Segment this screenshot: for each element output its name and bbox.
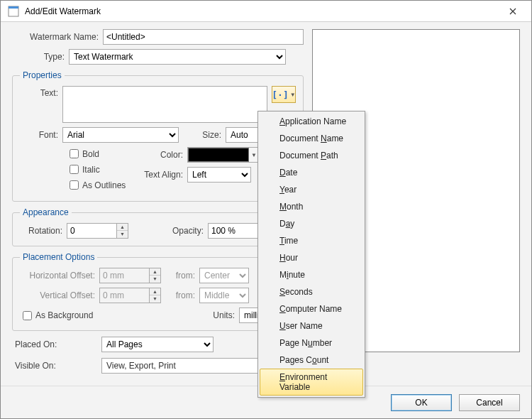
macro-menu-item[interactable]: Time	[260, 232, 363, 249]
font-select[interactable]: Arial	[62, 127, 179, 143]
macro-dropdown-menu: Application NameDocument NameDocument Pa…	[257, 111, 365, 398]
text-align-select[interactable]: Left	[187, 167, 251, 183]
window-title: Add/Edit Watermark	[25, 6, 497, 16]
as-background-checkbox[interactable]: As Background	[20, 309, 93, 322]
rotation-spinner[interactable]: ▲▼	[67, 223, 128, 239]
rotation-label: Rotation:	[20, 226, 67, 236]
h-offset-label: Horizontal Offset:	[20, 271, 99, 281]
ok-button[interactable]: OK	[391, 394, 452, 411]
text-label: Text:	[20, 86, 62, 98]
h-offset-spinner[interactable]: ▲▼	[99, 268, 161, 283]
macro-menu-item[interactable]: Year	[260, 181, 363, 198]
as-outlines-checkbox[interactable]: As Outlines	[67, 178, 140, 192]
bold-checkbox[interactable]: Bold	[67, 147, 140, 160]
macro-menu-item[interactable]: Document Name	[260, 130, 363, 147]
watermark-name-label: Watermark Name:	[5, 32, 103, 42]
macro-menu-item[interactable]: Date	[260, 164, 363, 181]
font-label: Font:	[20, 130, 62, 140]
macro-menu-item[interactable]: Application Name	[260, 113, 363, 130]
macro-menu-item[interactable]: Environment Variable	[260, 369, 363, 396]
dialog-window: Add/Edit Watermark Watermark Name: Type:…	[0, 0, 532, 419]
placed-on-label: Placed On:	[15, 339, 101, 349]
watermark-name-input[interactable]	[103, 29, 304, 45]
macro-menu-item[interactable]: Document Path	[260, 147, 363, 164]
macro-menu-item[interactable]: Page Number	[260, 334, 363, 352]
color-label: Color:	[140, 150, 187, 160]
appearance-legend: Appearance	[20, 207, 72, 217]
macro-menu-item[interactable]: Month	[260, 198, 363, 215]
v-from-label: from:	[161, 290, 199, 300]
brackets-icon: [·]	[272, 89, 288, 100]
color-swatch	[188, 148, 249, 162]
macro-menu-item[interactable]: Hour	[260, 249, 363, 266]
text-input[interactable]	[62, 86, 267, 123]
size-label: Size:	[179, 130, 226, 140]
macro-menu-item[interactable]: Minute	[260, 266, 363, 283]
chevron-down-icon: ▼	[251, 152, 257, 158]
chevron-down-icon: ▼	[290, 92, 296, 98]
properties-legend: Properties	[20, 70, 65, 80]
opacity-label: Opacity:	[128, 226, 208, 236]
text-align-label: Text Align:	[140, 170, 187, 180]
cancel-button[interactable]: Cancel	[459, 394, 520, 411]
insert-macro-button[interactable]: [·] ▼	[272, 86, 296, 103]
macro-menu-item[interactable]: User Name	[260, 317, 363, 334]
macro-menu-item[interactable]: Computer Name	[260, 300, 363, 317]
macro-menu-item[interactable]: Seconds	[260, 283, 363, 300]
h-from-label: from:	[161, 271, 199, 281]
type-select[interactable]: Text Watermark	[69, 49, 286, 65]
type-label: Type:	[12, 52, 69, 62]
placement-legend: Placement Options	[20, 252, 97, 262]
placed-on-select[interactable]: All Pages	[101, 337, 214, 352]
h-from-select[interactable]: Center	[199, 268, 249, 283]
close-button[interactable]	[497, 1, 528, 21]
macro-menu-item[interactable]: Pages Count	[260, 352, 363, 369]
color-picker[interactable]: ▼	[187, 147, 260, 163]
app-icon	[8, 6, 19, 17]
v-offset-spinner[interactable]: ▲▼	[99, 288, 161, 303]
svg-rect-1	[9, 6, 18, 9]
v-from-select[interactable]: Middle	[199, 288, 249, 303]
italic-checkbox[interactable]: Italic	[67, 163, 140, 176]
visible-on-label: Visible On:	[15, 361, 101, 371]
v-offset-label: Vertical Offset:	[20, 290, 99, 300]
units-label: Units:	[93, 310, 239, 320]
macro-menu-item[interactable]: Day	[260, 215, 363, 232]
title-bar: Add/Edit Watermark	[1, 1, 531, 22]
